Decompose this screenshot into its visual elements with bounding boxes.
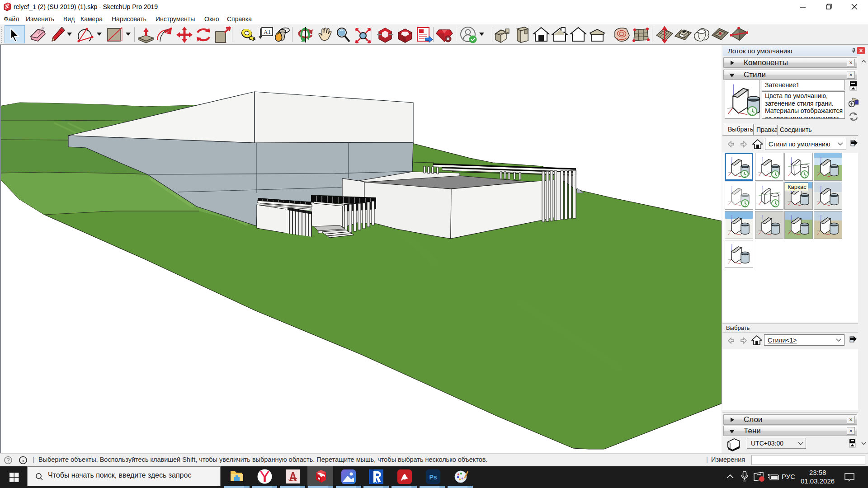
- svg-text:Ps: Ps: [429, 474, 437, 481]
- svg-text:A1: A1: [264, 28, 271, 35]
- svg-text:RVT: RVT: [373, 480, 379, 483]
